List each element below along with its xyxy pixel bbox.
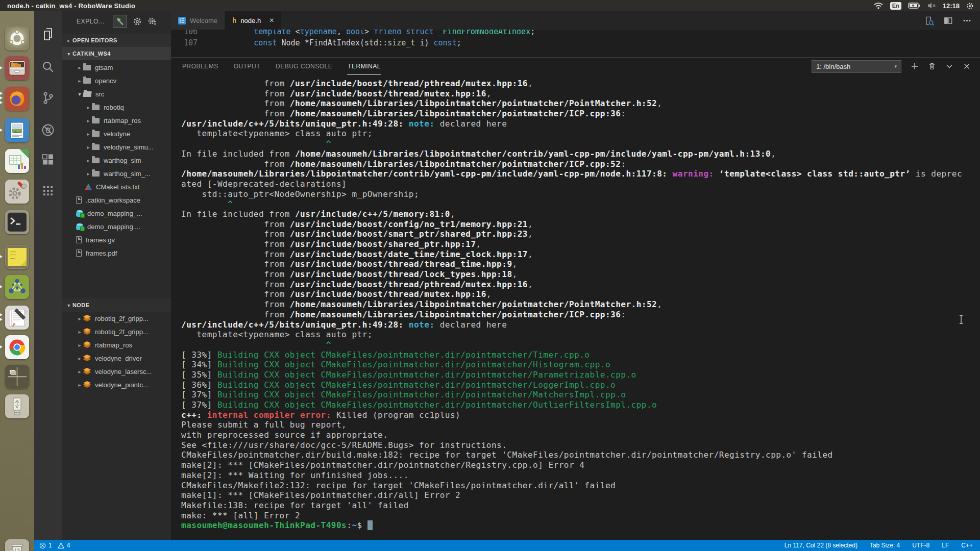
wifi-icon[interactable] (873, 2, 884, 9)
clock[interactable]: 12:18 (943, 2, 960, 10)
tree-item[interactable]: .catkin_workspace (62, 193, 171, 207)
node-list-item[interactable]: ▸rtabmap_ros (62, 338, 171, 352)
tree-item[interactable]: frames.gv (62, 233, 171, 246)
terminal-line: Makefile:138: recipe for target 'all' fa… (181, 500, 980, 511)
activity-debug-icon[interactable] (40, 122, 56, 138)
libreoffice-calc-launcher-icon[interactable] (5, 149, 29, 173)
line-number: 106 (171, 30, 208, 37)
activity-explorer-icon[interactable] (40, 27, 56, 42)
item-label: velodyne_simu... (103, 143, 154, 151)
system-settings-launcher-icon[interactable] (5, 180, 29, 204)
new-terminal-icon[interactable] (911, 62, 919, 70)
tab-terminal[interactable]: TERMINAL (347, 58, 381, 75)
item-label: robotiq_2f_gripp... (94, 315, 149, 322)
terminal-line: from /home/masoumeh/Libraries/libpointma… (181, 310, 980, 320)
workspace-section-header[interactable]: ▾ CATKIN_WS4 (62, 47, 171, 60)
tree-item[interactable]: ▸warthog_sim (62, 154, 171, 167)
node-section-header[interactable]: ▾ NODE (62, 298, 171, 312)
tab-size[interactable]: Tab Size: 4 (870, 542, 900, 549)
cursor-position[interactable]: Ln 117, Col 22 (8 selected) (785, 542, 857, 549)
node-list-item[interactable]: ▸velodyne_driver (62, 352, 171, 365)
tree-item[interactable]: ▾src (62, 87, 171, 101)
tab-problems[interactable]: PROBLEMS (182, 58, 219, 75)
item-label: robotiq_2f_gripp... (94, 328, 149, 336)
settings-gear-icon[interactable] (133, 17, 142, 26)
tree-item[interactable]: ▸opencv (62, 74, 171, 87)
split-editor-icon[interactable] (943, 16, 953, 26)
terminal-launcher-icon[interactable] (5, 210, 29, 234)
panel-chevron-down-icon[interactable] (945, 62, 953, 70)
tree-item[interactable]: demo_mapping.... (62, 220, 171, 233)
workspace-switcher-launcher-icon[interactable] (5, 365, 29, 389)
chevron-right-icon: ▸ (85, 118, 92, 123)
close-tab-icon[interactable]: ✕ (269, 17, 274, 24)
activity-extensions-icon[interactable] (40, 153, 56, 168)
keyboard-layout-indicator[interactable]: En (890, 2, 901, 10)
firefox-launcher-icon[interactable] (5, 87, 29, 111)
tree-item[interactable]: frames.pdf (62, 246, 171, 260)
node-list-item[interactable]: ▸velodyne_pointc... (62, 378, 171, 391)
node-list-item[interactable]: ▸velodyne_lasersc... (62, 365, 171, 378)
more-actions-icon[interactable] (962, 16, 972, 26)
status-right: Ln 117, Col 22 (8 selected) Tab Size: 4 … (785, 542, 980, 549)
trash-launcher-icon[interactable] (5, 539, 29, 551)
activity-search-icon[interactable] (40, 60, 56, 75)
libreoffice-writer-launcher-icon[interactable] (5, 118, 29, 142)
tree-item[interactable]: ▸gtsam (62, 61, 171, 74)
eol[interactable]: LF (942, 542, 949, 549)
tree-item[interactable]: ▸rtabmap_ros (62, 114, 171, 127)
encoding[interactable]: UTF-8 (912, 542, 929, 549)
build-hammer-button[interactable] (113, 15, 127, 28)
language-mode[interactable]: C++ (961, 542, 973, 549)
chevron-right-icon: ▸ (76, 342, 83, 348)
graph-tool-launcher-icon[interactable] (5, 275, 29, 299)
warning-count: 4 (67, 542, 74, 549)
chevron-right-icon: ▸ (76, 382, 83, 388)
chrome-running-indicator (0, 345, 3, 348)
code-editor[interactable]: 106 template <typename, bool> friend str… (171, 30, 980, 57)
terminal-line: See <file:///usr/share/doc/gcc-5/README.… (181, 440, 980, 450)
text-editor-launcher-icon[interactable] (5, 306, 29, 330)
chevron-right-icon: ▸ (85, 171, 92, 177)
file-icon (76, 196, 82, 204)
chevron-right-icon: ▸ (76, 78, 83, 84)
volume-muted-icon[interactable] (927, 2, 936, 9)
problems-status[interactable]: 1 4 (34, 542, 73, 549)
tree-item[interactable]: CMakeLists.txt (62, 180, 171, 193)
ubuntu-dash-launcher-icon[interactable] (5, 27, 29, 51)
tab-node-h[interactable]: h node.h ✕ (225, 11, 282, 30)
terminal-line: template<typename> class auto_ptr; (181, 129, 980, 139)
shell-select-value: 1: /bin/bash (816, 63, 850, 70)
tree-item[interactable]: ▸velodyne (62, 127, 171, 140)
terminal-line: c++: internal compiler error: Killed (pr… (181, 410, 980, 420)
tab-debug-console[interactable]: DEBUG CONSOLE (275, 58, 333, 75)
terminal-line: make[2]: *** Waiting for unfinished jobs… (181, 470, 980, 481)
sticky-notes-launcher-icon[interactable] (5, 245, 29, 269)
activity-source-control-icon[interactable] (40, 90, 56, 106)
session-gear-icon[interactable] (966, 2, 974, 10)
battery-icon[interactable] (908, 3, 920, 9)
node-list-item[interactable]: ▸robotiq_2f_gripp... (62, 312, 171, 325)
desktop: node.h - catkin_ws4 - RoboWare Studio En… (0, 0, 980, 551)
node-list-item[interactable]: ▸robotiq_2f_gripp... (62, 325, 171, 338)
usb-drive-launcher-icon[interactable] (5, 394, 29, 418)
terminal-output[interactable]: from /usr/include/boost/thread/pthread/m… (171, 75, 980, 540)
db-icon (76, 223, 83, 230)
tree-item[interactable]: ▸robotiq (62, 101, 171, 114)
open-preview-search-icon[interactable] (924, 16, 934, 26)
kill-terminal-icon[interactable] (928, 62, 936, 70)
open-editors-section-header[interactable]: ▸ OPEN EDITORS (62, 34, 171, 47)
stack-icon (83, 355, 91, 362)
tab-welcome[interactable]: Welcome (171, 11, 225, 30)
tree-item[interactable]: ▸warthog_sim_... (62, 167, 171, 180)
tree-item[interactable]: demo_mapping_... (62, 207, 171, 220)
close-panel-icon[interactable] (963, 62, 971, 70)
activity-ros-tools-icon[interactable] (40, 183, 56, 198)
chrome-launcher-icon[interactable] (5, 335, 29, 359)
tab-output[interactable]: OUTPUT (233, 58, 261, 75)
file-manager-launcher-icon[interactable] (5, 56, 29, 80)
tree-item[interactable]: ▸velodyne_simu... (62, 140, 171, 154)
terminal-shell-select[interactable]: 1: /bin/bash ▾ (812, 60, 901, 73)
ros-settings-gear-icon[interactable] (148, 17, 157, 26)
chevron-down-icon: ▾ (65, 303, 72, 308)
